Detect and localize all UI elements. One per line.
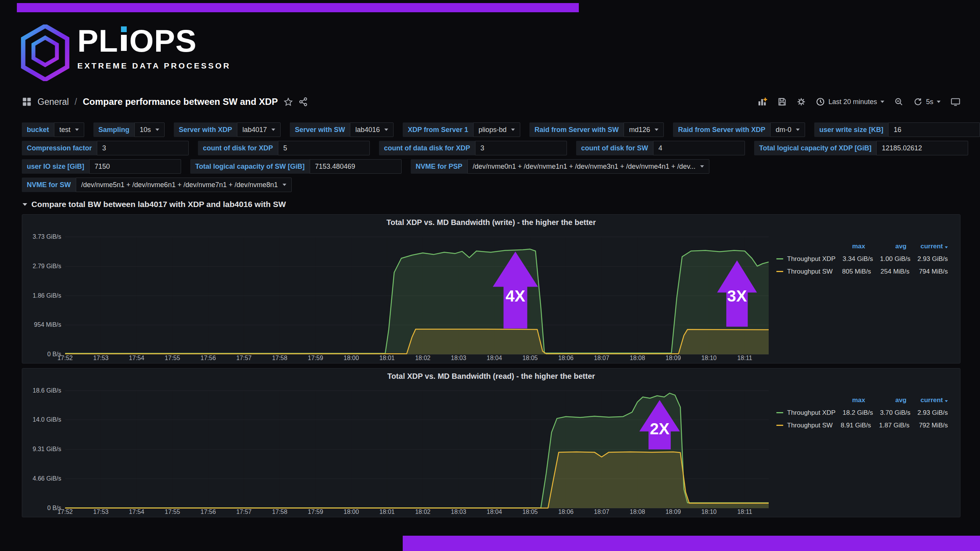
variable-label: count of disk for SW bbox=[576, 141, 653, 155]
variable-count-of-data-disk-for-xdp: count of data disk for XDP3 bbox=[379, 141, 567, 155]
variable-raid-from-server-with-xdp: Raid from Server with XDPdm-0 bbox=[673, 122, 805, 137]
settings-gear-icon[interactable] bbox=[797, 97, 806, 106]
variable-nvme-for-psp-value[interactable]: /dev/nvme0n1 + /dev/nvme1n1 + /dev/nvme3… bbox=[467, 159, 709, 174]
variable-total-logical-capacity-of-xdp-gib-value[interactable]: 12185.02612 bbox=[876, 141, 968, 155]
variable-bucket-value[interactable]: test bbox=[54, 122, 84, 137]
svg-text:0 B/s: 0 B/s bbox=[47, 505, 61, 511]
time-range-picker[interactable]: Last 20 minutes bbox=[816, 97, 884, 106]
dashboards-grid-icon[interactable] bbox=[22, 97, 32, 107]
variable-xdp-from-server-1-value[interactable]: pliops-bd bbox=[473, 122, 520, 137]
svg-text:18:06: 18:06 bbox=[558, 509, 573, 515]
variable-total-logical-capacity-of-sw-gib-value[interactable]: 7153.480469 bbox=[310, 159, 402, 174]
chevron-down-icon bbox=[23, 203, 27, 206]
variable-row: NVME for SW/dev/nvme5n1 + /dev/nvme6n1 +… bbox=[22, 178, 960, 192]
variable-bucket: buckettest bbox=[22, 122, 84, 137]
annotation-label: 3X bbox=[727, 287, 747, 305]
zoom-out-icon[interactable] bbox=[894, 97, 903, 106]
sort-chevron-icon bbox=[945, 246, 948, 248]
svg-text:1.86 GiB/s: 1.86 GiB/s bbox=[33, 292, 61, 299]
add-panel-icon[interactable] bbox=[758, 97, 768, 107]
variable-count-of-disk-for-sw-value[interactable]: 4 bbox=[653, 141, 745, 155]
svg-text:18:07: 18:07 bbox=[594, 355, 609, 361]
legend-series-name[interactable]: Throughput SW bbox=[787, 268, 833, 276]
variable-server-with-xdp-value[interactable]: lab4017 bbox=[237, 122, 281, 137]
variable-row: user IO size [GiB]7150Total logical capa… bbox=[22, 159, 960, 174]
svg-text:18:03: 18:03 bbox=[451, 509, 466, 515]
variable-nvme-for-sw-value[interactable]: /dev/nvme5n1 + /dev/nvme6n1 + /dev/nvme7… bbox=[76, 178, 292, 192]
variable-raid-from-server-with-sw-value[interactable]: md126 bbox=[624, 122, 664, 137]
variable-user-write-size-kb-value[interactable]: 16 bbox=[888, 122, 980, 137]
chevron-down-icon bbox=[511, 129, 515, 131]
svg-text:17:53: 17:53 bbox=[93, 509, 108, 515]
pliops-brand: PL OPS EXTREME DATA PROCESSOR bbox=[21, 24, 231, 81]
dashboard-header: General / Compare performance between SW… bbox=[22, 91, 960, 112]
save-dashboard-icon[interactable] bbox=[777, 97, 787, 106]
legend-header-avg[interactable]: avg bbox=[865, 396, 906, 404]
read-bandwidth-chart[interactable]: 17:5217:5317:5417:5517:5617:5717:5817:59… bbox=[22, 384, 769, 517]
star-icon[interactable] bbox=[284, 97, 293, 106]
chevron-down-icon bbox=[75, 129, 79, 131]
top-accent-bar bbox=[17, 3, 579, 12]
legend-header-row: maxavgcurrent bbox=[776, 394, 948, 406]
svg-text:17:54: 17:54 bbox=[129, 509, 144, 515]
svg-text:18:05: 18:05 bbox=[523, 509, 538, 515]
svg-text:17:56: 17:56 bbox=[201, 355, 216, 361]
share-icon[interactable] bbox=[299, 97, 308, 106]
brand-text: PL OPS EXTREME DATA PROCESSOR bbox=[77, 24, 231, 70]
chevron-down-icon bbox=[796, 129, 800, 131]
legend-max-value: 18.2 GiB/s bbox=[836, 409, 873, 417]
series-color-marker bbox=[776, 258, 783, 259]
variable-user-write-size-kb: user write size [KB]16 bbox=[814, 122, 980, 137]
svg-text:17:54: 17:54 bbox=[129, 355, 144, 361]
time-range-label: Last 20 minutes bbox=[828, 98, 877, 106]
legend-series-name[interactable]: Throughput XDP bbox=[787, 409, 836, 417]
svg-text:18:05: 18:05 bbox=[523, 355, 538, 361]
variable-user-io-size-gib-value[interactable]: 7150 bbox=[89, 159, 181, 174]
panel-title[interactable]: Total XDP vs. MD Bandwidth (write) - the… bbox=[22, 215, 960, 230]
chevron-down-icon bbox=[384, 129, 388, 131]
refresh-interval-label: 5s bbox=[926, 98, 933, 106]
panel-title[interactable]: Total XDP vs. MD Bandwidth (read) - the … bbox=[22, 368, 960, 384]
tv-kiosk-icon[interactable] bbox=[951, 97, 960, 106]
legend-header-max[interactable]: max bbox=[824, 243, 865, 250]
write-bandwidth-chart[interactable]: 17:5217:5317:5417:5517:5617:5717:5817:59… bbox=[22, 230, 769, 363]
svg-text:17:56: 17:56 bbox=[201, 509, 216, 515]
row-section-toggle[interactable]: Compare total BW between lab4017 with XD… bbox=[23, 200, 960, 209]
legend-series-name[interactable]: Throughput SW bbox=[787, 422, 833, 429]
variable-label: Total logical capacity of SW [GiB] bbox=[190, 159, 310, 174]
variable-count-of-data-disk-for-xdp-value[interactable]: 3 bbox=[475, 141, 567, 155]
variable-sampling: Sampling10s bbox=[93, 122, 165, 137]
variable-server-with-sw: Server with SWlab4016 bbox=[290, 122, 394, 137]
variable-server-with-sw-value[interactable]: lab4016 bbox=[350, 122, 394, 137]
dashboard-title: Compare performance between SW and XDP bbox=[83, 96, 278, 107]
svg-text:18:03: 18:03 bbox=[451, 355, 466, 361]
legend-row: Throughput XDP3.34 GiB/s1.00 GiB/s2.93 G… bbox=[776, 253, 948, 265]
variable-sampling-value[interactable]: 10s bbox=[134, 122, 165, 137]
chevron-down-icon bbox=[283, 184, 286, 186]
svg-text:17:57: 17:57 bbox=[236, 355, 252, 361]
pliops-logo-icon bbox=[21, 24, 70, 81]
brand-i-glyph bbox=[121, 26, 127, 51]
variable-label: count of data disk for XDP bbox=[379, 141, 475, 155]
legend-header-avg[interactable]: avg bbox=[865, 243, 906, 250]
variable-count-of-disk-for-xdp-value[interactable]: 5 bbox=[278, 141, 370, 155]
svg-text:3.73 GiB/s: 3.73 GiB/s bbox=[33, 233, 61, 240]
legend-header-max[interactable]: max bbox=[824, 396, 865, 404]
legend-header-current[interactable]: current bbox=[906, 396, 948, 404]
legend-series-name[interactable]: Throughput XDP bbox=[787, 255, 836, 263]
svg-text:18.6 GiB/s: 18.6 GiB/s bbox=[33, 387, 61, 394]
svg-text:18:04: 18:04 bbox=[487, 355, 502, 361]
series-color-marker bbox=[776, 271, 783, 272]
svg-text:18:00: 18:00 bbox=[344, 355, 359, 361]
brand-left: PL bbox=[77, 25, 118, 57]
chevron-down-icon bbox=[700, 165, 704, 168]
variable-server-with-xdp: Server with XDPlab4017 bbox=[174, 122, 281, 137]
legend-header-current[interactable]: current bbox=[906, 243, 948, 250]
refresh-control[interactable]: 5s bbox=[913, 97, 941, 106]
variable-label: XDP from Server 1 bbox=[403, 122, 473, 137]
breadcrumb-root[interactable]: General bbox=[38, 97, 69, 107]
variable-compression-factor-value[interactable]: 3 bbox=[97, 141, 189, 155]
variable-label: NVME for SW bbox=[22, 178, 76, 192]
brand-name: PL OPS bbox=[77, 25, 231, 57]
variable-raid-from-server-with-xdp-value[interactable]: dm-0 bbox=[770, 122, 805, 137]
